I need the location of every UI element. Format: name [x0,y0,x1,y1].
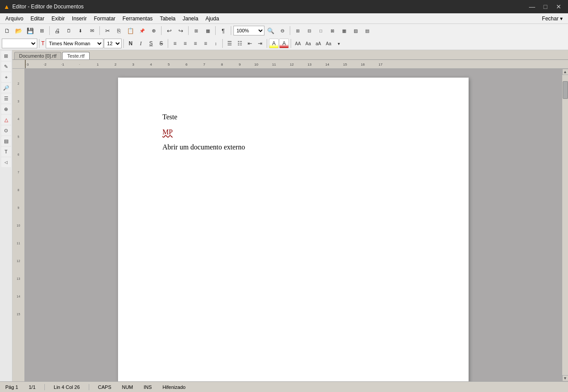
zoom-box: 100% 75% 125% 150% [233,26,264,35]
statusbar: Pág 1 1/1 Lin 4 Col 26 CAPS NUM INS Hife… [0,381,568,392]
left-tool-6[interactable]: ⊕ [1,104,11,114]
italic-button[interactable]: I [136,39,146,48]
tool2-button[interactable]: ⊟ [304,25,315,36]
status-pages: 1/1 [27,384,37,390]
uppercase-button[interactable]: AA [293,39,303,48]
tool4-button[interactable]: ⊠ [327,25,338,36]
scrollbar-up-arrow[interactable]: ▲ [562,69,568,75]
new-button[interactable]: 🗋 [2,25,12,36]
save-all-button[interactable]: ⊞ [36,25,47,36]
save-button[interactable]: 💾 [25,25,36,36]
font-color-button[interactable]: A [279,39,289,48]
align-justify-button[interactable]: ≡ [201,39,210,48]
redo-button[interactable]: ↪ [175,25,186,36]
sep1 [49,26,50,35]
sep6 [231,26,231,35]
cut-button[interactable]: ✂ [102,25,113,36]
menu-inserir[interactable]: Inserir [68,15,90,23]
left-tool-3[interactable]: ⌖ [1,72,11,82]
outdent-button[interactable]: ⇤ [245,39,255,48]
menu-ferramentas[interactable]: Ferramentas [119,15,156,23]
ordered-list-button[interactable]: ☷ [235,39,245,48]
line-spacing-button[interactable]: ↕ [211,39,221,48]
status-num: NUM [120,384,135,390]
left-tool-2[interactable]: ✎ [1,62,11,71]
style-select[interactable] [2,39,37,48]
scrollbar-vertical: ▲ ▼ [562,69,568,381]
window-title: Editor - Editor de Documentos [12,4,84,10]
indent-button[interactable]: ⇥ [255,39,265,48]
menu-janela[interactable]: Janela [179,15,202,23]
lowercase-button[interactable]: Aa [303,39,313,48]
status-sep1 [44,384,45,390]
left-tool-4[interactable]: 🔎 [1,83,11,93]
maximize-button[interactable]: □ [540,1,551,12]
strike-button[interactable]: S [156,39,166,48]
case-extra-button[interactable]: ▾ [334,39,343,48]
tool1-button[interactable]: ⊞ [292,25,303,36]
align-right-button[interactable]: ≡ [190,39,200,48]
left-tool-11[interactable]: ◁ [1,157,11,167]
left-toolbar: ⊞ ✎ ⌖ 🔎 ☰ ⊕ △ ⊙ ▤ T ◁ [0,50,12,381]
open-button[interactable]: 📂 [13,25,24,36]
undo-button[interactable]: ↩ [164,25,174,36]
print-preview-button[interactable]: 🗒 [63,25,74,36]
menu-formatar[interactable]: Formatar [90,15,119,23]
menu-arquivo[interactable]: Arquivo [2,15,27,23]
copy-button[interactable]: ⎘ [114,25,124,36]
sep-f3 [168,39,168,48]
menu-editar[interactable]: Editar [27,15,48,23]
underline-button[interactable]: S [146,39,156,48]
status-page: Pág 1 [4,384,20,390]
paragraph-button[interactable]: ¶ [218,25,229,36]
clone-button[interactable]: ⊕ [148,25,159,36]
left-tool-10[interactable]: T [1,147,11,157]
zoom-select[interactable]: 100% 75% 125% 150% [233,26,264,35]
menu-tabela[interactable]: Tabela [156,15,179,23]
zoom-in-button[interactable]: 🔍 [265,25,276,36]
bold-button[interactable]: N [126,39,135,48]
menu-exibir[interactable]: Exibir [48,15,68,23]
ruler-horizontal: // inline ruler generation (not valid bu… [12,60,568,69]
unordered-list-button[interactable]: ☰ [225,39,234,48]
tab-teste[interactable]: Teste.rtf [62,52,89,59]
menu-ajuda[interactable]: Ajuda [202,15,223,23]
sep-f5 [267,39,267,48]
scrollbar-down-arrow[interactable]: ▼ [562,375,568,381]
titlecase-button[interactable]: aA [313,39,323,48]
scrollbar-thumb[interactable] [563,81,568,99]
tab-documento[interactable]: Documento [0].rtf [14,52,61,59]
doc-line-3: Abrir um documento externo [162,143,433,151]
font-select[interactable]: Times New Roman Arial Courier New [46,39,103,48]
tool6-button[interactable]: ▨ [350,25,361,36]
document-page: Teste MP Abrir um documento externo [118,78,469,381]
content-area[interactable]: Teste MP Abrir um documento externo [25,69,562,381]
table2-button[interactable]: ▦ [202,25,213,36]
paste-button[interactable]: 📋 [125,25,136,36]
highlight-button[interactable]: A [269,39,279,48]
zoom-out-button[interactable]: ⊖ [277,25,288,36]
main-area: ⊞ ✎ ⌖ 🔎 ☰ ⊕ △ ⊙ ▤ T ◁ Documento [0].rtf … [0,50,568,381]
left-tool-9[interactable]: ▤ [1,136,11,146]
status-position: Lin 4 Col 26 [52,384,82,390]
tool3-button[interactable]: □ [316,25,326,36]
minimize-button[interactable]: — [526,1,538,12]
font-size-select[interactable]: 12 10 14 16 18 [104,39,122,48]
print-button[interactable]: 🖨 [52,25,63,36]
left-tool-5[interactable]: ☰ [1,94,11,103]
left-tool-8[interactable]: ⊙ [1,125,11,135]
left-tool-1[interactable]: ⊞ [1,51,11,61]
left-tool-7[interactable]: △ [1,115,11,125]
close-button[interactable]: ✕ [553,1,564,12]
fechar-button[interactable]: Fechar ▾ [538,15,566,23]
tool5-button[interactable]: ▦ [339,25,349,36]
paste-special-button[interactable]: 📌 [137,25,147,36]
ruler-and-content: // inline ruler generation (not valid bu… [12,60,568,381]
align-center-button[interactable]: ≡ [180,39,190,48]
email-button[interactable]: ✉ [87,25,97,36]
pdf-button[interactable]: ⬇ [75,25,86,36]
align-left-button[interactable]: ≡ [170,39,180,48]
tool7-button[interactable]: ▤ [362,25,372,36]
table-button[interactable]: ⊞ [191,25,201,36]
case-toggle-button[interactable]: Aa [323,39,333,48]
